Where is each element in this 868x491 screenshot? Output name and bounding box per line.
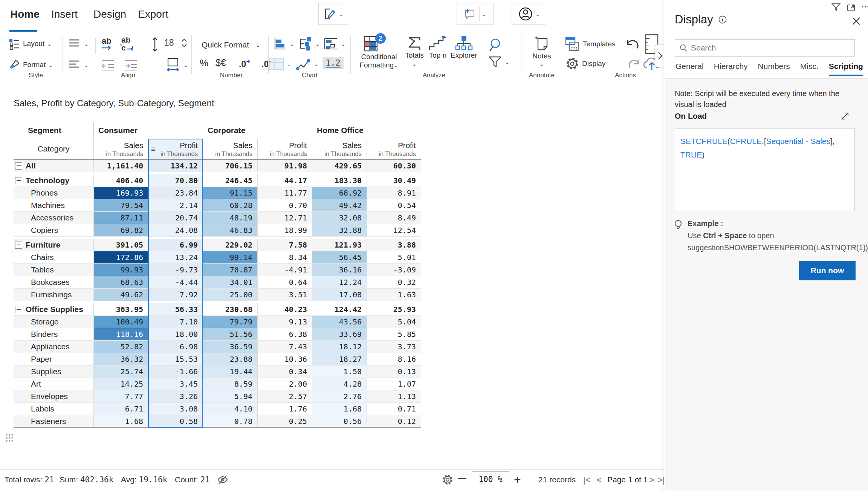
run-now-button[interactable]: Run now xyxy=(799,261,856,280)
menu-tab-home[interactable]: Home xyxy=(10,8,40,20)
value-cell[interactable]: 56.33 xyxy=(148,303,203,315)
currency-format-button[interactable]: $€ xyxy=(215,57,226,68)
value-cell[interactable]: 23.84 xyxy=(148,187,203,199)
value-cell[interactable]: 5.04 xyxy=(367,316,421,328)
redo-button[interactable] xyxy=(626,58,640,70)
menu-tab-design[interactable]: Design xyxy=(93,8,126,20)
value-cell[interactable]: 36.16 xyxy=(312,264,367,276)
value-cell[interactable]: 91.98 xyxy=(257,160,312,172)
value-cell[interactable]: 230.68 xyxy=(203,303,257,315)
value-cell[interactable]: 0.12 xyxy=(367,415,421,427)
row-label[interactable]: Binders xyxy=(14,328,93,340)
value-cell[interactable]: 4.10 xyxy=(203,403,257,415)
row-label[interactable]: Technology xyxy=(14,174,93,187)
value-cell[interactable]: 121.93 xyxy=(312,239,367,251)
value-cell[interactable]: 229.02 xyxy=(203,239,257,251)
value-cell[interactable]: 3.08 xyxy=(148,403,203,415)
value-cell[interactable]: 0.71 xyxy=(367,403,421,415)
value-cell[interactable]: 52.82 xyxy=(93,341,148,353)
column-grip-icon[interactable]: ≡ xyxy=(151,145,155,153)
row-label[interactable]: Supplies xyxy=(14,366,93,378)
value-cell[interactable]: 25.74 xyxy=(93,366,148,378)
value-cell[interactable]: 15.53 xyxy=(148,353,203,365)
row-label[interactable]: Envelopes xyxy=(14,390,93,402)
home-office-profit-header[interactable]: Profitin Thousands xyxy=(367,139,421,159)
value-cell[interactable]: 34.01 xyxy=(203,276,257,288)
last-page-button[interactable]: >| xyxy=(658,475,664,485)
value-cell[interactable]: 25.00 xyxy=(203,289,257,301)
value-cell[interactable]: 6.98 xyxy=(148,341,203,353)
value-cell[interactable]: 1.07 xyxy=(367,378,421,390)
value-cell[interactable]: 87.11 xyxy=(93,212,148,224)
value-cell[interactable]: 246.45 xyxy=(203,174,257,187)
value-cell[interactable]: 3.73 xyxy=(367,341,421,353)
first-page-button[interactable]: |< xyxy=(583,475,590,485)
account-button[interactable]: ⌄ xyxy=(512,3,546,25)
row-label[interactable]: Accessories xyxy=(14,212,93,224)
value-cell[interactable]: 8.16 xyxy=(367,353,421,365)
value-cell[interactable]: 99.14 xyxy=(203,251,257,263)
script-editor[interactable]: SETCFRULE(CFRULE.[Sequential - Sales],TR… xyxy=(675,128,855,211)
zoom-level-input[interactable]: 100 % xyxy=(472,471,509,487)
value-cell[interactable]: 169.93 xyxy=(93,187,148,199)
indent-button[interactable] xyxy=(124,60,139,71)
value-cell[interactable]: 2.00 xyxy=(257,378,312,390)
row-label[interactable]: Bookcases xyxy=(14,276,93,288)
corporate-sales-header[interactable]: Salesin Thousands xyxy=(203,139,257,159)
value-cell[interactable]: 5.94 xyxy=(203,390,257,402)
waterfall-chart-button[interactable]: ⌄ xyxy=(323,37,346,50)
value-cell[interactable]: 124.42 xyxy=(312,303,367,315)
horizontal-align-button[interactable]: ⌄ xyxy=(69,60,89,70)
row-label[interactable]: Furniture xyxy=(14,239,93,251)
value-cell[interactable]: 1.13 xyxy=(367,390,421,402)
format-painter-button[interactable]: Format⌄ xyxy=(8,59,53,71)
row-label[interactable]: Fasteners xyxy=(14,415,93,427)
value-cell[interactable]: 18.12 xyxy=(312,341,367,353)
segment-corporate[interactable]: Corporate xyxy=(203,122,312,139)
totals-button[interactable]: Totals ⌄ xyxy=(405,36,424,67)
zoom-out-button[interactable] xyxy=(458,478,466,479)
value-cell[interactable]: 363.95 xyxy=(93,303,148,315)
value-cell[interactable]: 9.13 xyxy=(257,316,312,328)
value-cell[interactable]: 406.40 xyxy=(93,174,148,187)
value-cell[interactable]: 10.36 xyxy=(257,353,312,365)
value-cell[interactable]: 49.62 xyxy=(93,289,148,301)
value-cell[interactable]: 12.54 xyxy=(367,224,421,236)
value-cell[interactable]: 2.14 xyxy=(148,199,203,211)
tab-hierarchy[interactable]: Hierarchy xyxy=(714,62,748,76)
value-cell[interactable]: 79.54 xyxy=(93,199,148,211)
prev-page-button[interactable]: < xyxy=(597,475,602,485)
filter-icon[interactable] xyxy=(831,3,840,11)
value-cell[interactable]: 7.77 xyxy=(93,390,148,402)
value-cell[interactable]: 30.49 xyxy=(367,174,421,187)
value-cell[interactable]: 7.58 xyxy=(257,239,312,251)
value-cell[interactable]: 18.27 xyxy=(312,353,367,365)
value-cell[interactable]: 0.34 xyxy=(257,366,312,378)
row-label[interactable]: Labels xyxy=(14,403,93,415)
value-cell[interactable]: 68.92 xyxy=(312,187,367,199)
value-cell[interactable]: 49.42 xyxy=(312,199,367,211)
collapse-icon[interactable] xyxy=(15,162,22,170)
conditional-formatting-label[interactable]: Conditional Formatting⌄ xyxy=(356,53,402,69)
display-settings-button[interactable]: Display xyxy=(565,57,605,71)
bar-chart-type-button[interactable]: ⌄ xyxy=(274,37,295,50)
value-cell[interactable]: 118.16 xyxy=(93,328,148,340)
percent-format-button[interactable]: % xyxy=(200,57,208,69)
value-cell[interactable]: -3.09 xyxy=(367,264,421,276)
value-cell[interactable]: 8.91 xyxy=(367,187,421,199)
popout-icon[interactable] xyxy=(847,3,856,11)
collapse-icon[interactable] xyxy=(15,177,22,184)
row-label[interactable]: Art xyxy=(14,378,93,390)
value-cell[interactable]: 0.13 xyxy=(367,366,421,378)
value-cell[interactable]: 3.26 xyxy=(148,390,203,402)
row-label[interactable]: Chairs xyxy=(14,251,93,263)
outdent-button[interactable] xyxy=(101,60,115,71)
value-cell[interactable]: 56.45 xyxy=(312,251,367,263)
value-cell[interactable]: 25.93 xyxy=(367,303,421,315)
value-cell[interactable]: 12.24 xyxy=(312,276,367,288)
filter-button[interactable]: ⌄ xyxy=(488,56,510,68)
collapse-icon[interactable] xyxy=(15,242,22,249)
value-cell[interactable]: 8.34 xyxy=(257,251,312,263)
value-cell[interactable]: 0.32 xyxy=(367,276,421,288)
value-cell[interactable]: 12.71 xyxy=(257,212,312,224)
